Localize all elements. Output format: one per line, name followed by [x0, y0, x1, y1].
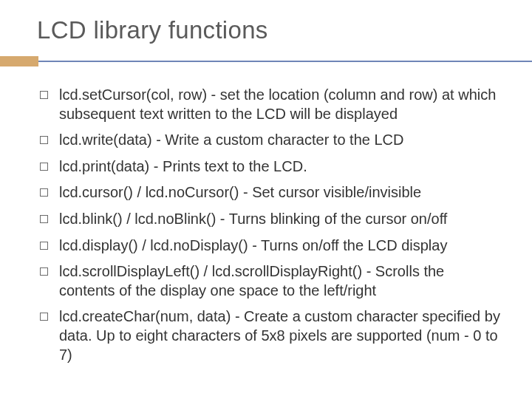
list-item: lcd.scrollDisplayLeft() / lcd.scrollDisp…	[40, 262, 502, 300]
list-item: lcd.createChar(num, data) - Create a cus…	[40, 307, 502, 364]
divider-line	[38, 61, 532, 62]
list-item: lcd.write(data) - Write a custom charact…	[40, 131, 502, 150]
page-title: LCD library functions	[0, 16, 532, 44]
title-divider	[0, 56, 532, 66]
function-list: lcd.setCursor(col, row) - set the locati…	[40, 86, 502, 364]
list-item: lcd.display() / lcd.noDisplay() - Turns …	[40, 236, 502, 256]
list-item: lcd.print(data) - Prints text to the LCD…	[40, 157, 502, 177]
divider-accent-block	[0, 56, 38, 66]
list-item: lcd.cursor() / lcd.noCursor() - Set curs…	[40, 183, 502, 202]
content-area: lcd.setCursor(col, row) - set the locati…	[0, 66, 532, 364]
slide: LCD library functions lcd.setCursor(col,…	[0, 0, 532, 399]
list-item: lcd.blink() / lcd.noBlink() - Turns blin…	[40, 210, 502, 229]
list-item: lcd.setCursor(col, row) - set the locati…	[40, 86, 502, 123]
